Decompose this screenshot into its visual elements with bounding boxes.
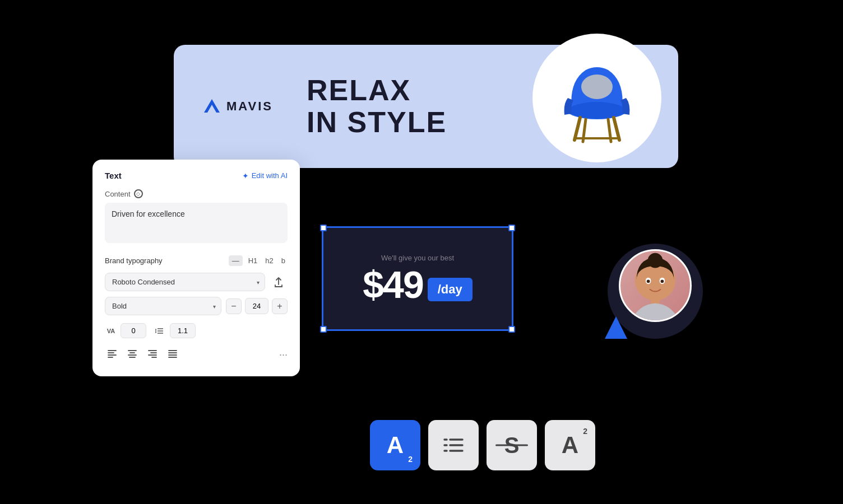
panel-title: Text — [105, 171, 122, 180]
strikethrough-line — [495, 445, 528, 446]
svg-marker-34 — [605, 316, 627, 339]
logo-text: MAVIS — [226, 99, 273, 114]
line-height-icon — [154, 325, 166, 337]
handle-bottom-left[interactable] — [320, 326, 327, 333]
ai-star-icon: ✦ — [242, 171, 249, 180]
avatar-img-circle — [619, 249, 692, 322]
align-buttons — [105, 346, 180, 363]
headline-line1: RELAX — [307, 74, 447, 106]
text-panel: Text ✦ Edit with AI Content ◇ Brand typo… — [92, 160, 300, 376]
h2-button[interactable]: h2 — [263, 255, 275, 266]
list-tile[interactable] — [428, 420, 479, 470]
svg-line-4 — [614, 118, 619, 140]
price-content: We'll give you our best $49 /day — [363, 254, 473, 304]
list-icon-svg — [440, 432, 467, 459]
letter-spacing-item: VA — [105, 323, 146, 338]
a2-subscript: 2 — [408, 455, 413, 464]
chair-svg — [541, 42, 653, 154]
font-select-wrapper: Roboto Condensed Arial Helvetica ▾ — [105, 273, 265, 291]
a2-letter: A — [387, 432, 404, 459]
handle-bottom-right[interactable] — [508, 326, 515, 333]
size-control: − + — [226, 298, 288, 314]
avatar-pointer-svg — [602, 314, 630, 342]
avatar-face-svg — [620, 249, 690, 322]
avatar-cluster — [599, 244, 711, 344]
svg-point-31 — [647, 280, 650, 283]
font-select-row: Roboto Condensed Arial Helvetica ▾ — [105, 273, 288, 291]
align-center-icon — [127, 348, 137, 358]
align-left-icon — [107, 348, 117, 358]
logo-icon — [202, 98, 222, 115]
strikethrough-tile[interactable]: S — [487, 420, 537, 470]
headline-line2: IN STYLE — [307, 106, 447, 138]
style-select-wrapper: Bold Regular Italic ▾ — [105, 297, 221, 315]
content-label-row: Content ◇ — [105, 189, 288, 198]
line-height-input[interactable] — [170, 323, 196, 338]
brand-typography-label: Brand typography — [105, 256, 163, 265]
superscript-a: A — [562, 432, 578, 459]
strikethrough-content: S — [487, 420, 537, 470]
price-top-text: We'll give you our best — [363, 254, 473, 262]
align-row: ··· — [105, 346, 288, 363]
size-increase-button[interactable]: + — [272, 298, 288, 314]
align-left-button[interactable] — [105, 346, 119, 363]
svg-point-32 — [661, 280, 664, 283]
h1-button[interactable]: H1 — [246, 255, 260, 266]
style-size-row: Bold Regular Italic ▾ − + — [105, 297, 288, 315]
align-justify-button[interactable] — [165, 346, 180, 363]
superscript-tile[interactable]: A 2 — [545, 420, 595, 470]
font-select[interactable]: Roboto Condensed Arial Helvetica — [105, 273, 265, 291]
price-row: $49 /day — [363, 265, 473, 304]
svg-point-1 — [581, 74, 613, 99]
letter-spacing-input[interactable] — [121, 323, 146, 338]
banner: MAVIS RELAX IN STYLE — [174, 45, 678, 168]
panel-header: Text ✦ Edit with AI — [105, 171, 288, 180]
more-options-button[interactable]: ··· — [279, 349, 288, 361]
handle-top-right[interactable] — [508, 225, 515, 231]
superscript-2: 2 — [583, 427, 587, 436]
align-center-button[interactable] — [125, 346, 140, 363]
price-amount: $49 — [363, 265, 423, 304]
bottom-icons: A 2 S A 2 — [370, 420, 595, 470]
svg-point-2 — [569, 102, 625, 119]
content-label-text: Content — [105, 190, 131, 198]
content-textarea[interactable] — [105, 203, 288, 243]
line-height-svg — [155, 326, 165, 336]
price-suffix: /day — [428, 278, 473, 301]
style-select[interactable]: Bold Regular Italic — [105, 297, 221, 315]
spacing-row: VA — [105, 323, 288, 338]
svg-point-28 — [648, 253, 663, 268]
bold-button[interactable]: b — [279, 255, 288, 266]
edit-ai-label: Edit with AI — [252, 171, 288, 180]
typography-buttons: — H1 h2 b — [229, 255, 288, 266]
upload-svg — [273, 277, 284, 288]
banner-headline: RELAX IN STYLE — [307, 74, 447, 138]
banner-chair — [532, 34, 661, 162]
minus-button[interactable]: — — [229, 255, 243, 266]
upload-icon[interactable] — [270, 273, 288, 291]
price-card: We'll give you our best $49 /day — [322, 227, 513, 330]
font-a2-tile[interactable]: A 2 — [370, 420, 420, 470]
brand-typography-row: Brand typography — H1 h2 b — [105, 255, 288, 266]
letter-spacing-icon: VA — [105, 325, 117, 337]
size-input[interactable] — [245, 298, 268, 314]
handle-top-left[interactable] — [320, 225, 327, 231]
edit-with-ai-button[interactable]: ✦ Edit with AI — [242, 171, 288, 180]
line-height-item — [154, 323, 196, 338]
size-decrease-button[interactable]: − — [226, 298, 242, 314]
svg-line-3 — [575, 118, 580, 140]
align-right-button[interactable] — [145, 346, 160, 363]
content-icon: ◇ — [134, 189, 143, 198]
align-justify-icon — [168, 348, 178, 358]
banner-logo: MAVIS — [202, 98, 273, 115]
align-right-icon — [147, 348, 158, 358]
